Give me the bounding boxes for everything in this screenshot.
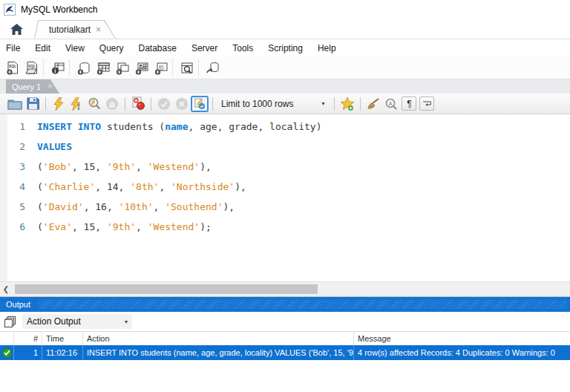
menu-tools[interactable]: Tools [232,43,253,53]
menu-server[interactable]: Server [191,43,217,53]
output-empty-area [0,360,570,392]
menu-database[interactable]: Database [139,43,177,53]
toggle-autocommit-button[interactable] [191,96,209,112]
column-header-message[interactable]: Message [354,332,570,345]
limit-rows-label: Limit to 1000 rows [221,99,293,109]
tab-label: Query 1 [12,82,41,91]
tab-query-1[interactable]: Query 1 × [6,79,59,94]
code-line[interactable]: 2VALUES [0,137,570,157]
new-view-icon[interactable] [113,59,132,77]
new-sql-tab-icon[interactable]: SQL [3,59,22,77]
toggle-word-wrap-button[interactable] [419,97,434,111]
save-snippet-icon[interactable] [338,96,356,112]
toolbar-separator [43,60,47,76]
editor-tab-strip: Query 1 × [0,79,570,94]
toolbar-separator [334,97,335,111]
toolbar-separator [151,97,151,111]
toolbar-separator [360,97,361,111]
output-view-selected: Action Output [27,316,81,327]
stop-icon [103,96,121,112]
tab-close-icon[interactable]: × [96,25,101,34]
editor-lines: 1INSERT INTO students (name, age, grade,… [0,114,570,237]
output-panel-header[interactable]: Output [0,297,570,312]
rollback-icon [173,96,191,112]
app-logo-icon [4,4,16,16]
explain-icon[interactable] [85,96,103,112]
toolbar-separator [198,60,202,76]
pilcrow-icon: ¶ [407,99,411,108]
svg-text:A: A [389,100,393,105]
menu-scripting[interactable]: Scripting [268,43,303,53]
svg-text:SQL: SQL [9,64,16,68]
commit-icon [155,96,173,112]
toolbar-separator [212,97,213,111]
code-text: ('David', 16, '10th', 'Southend'), [25,197,235,217]
toolbar-separator [69,60,73,76]
stacked-output-icon [4,316,16,327]
document-tab-bar: tutorialkart × [0,19,570,39]
title-bar: MySQL Workbench [0,0,570,19]
column-header-index[interactable]: # [14,332,42,345]
new-function-icon[interactable]: f() [151,59,171,77]
beautify-icon[interactable] [364,96,382,112]
code-text: ('Bob', 15, '9th', 'Westend'), [25,157,212,177]
status-column-header [0,332,14,345]
menu-bar: File Edit View Query Database Server Too… [0,39,570,57]
code-line[interactable]: 5('David', 16, '10th', 'Southend'), [0,197,570,217]
svg-text:SQL: SQL [28,64,36,68]
limit-rows-dropdown[interactable]: Limit to 1000 rows ▾ [217,99,330,109]
query-toolbar: Limit to 1000 rows ▾ A ¶ [0,94,570,114]
new-table-icon[interactable] [94,59,113,77]
row-action-cell: INSERT INTO students (name, age, grade, … [83,345,354,360]
open-sql-script-icon[interactable]: SQL [22,59,42,77]
sql-editor[interactable]: 1INSERT INTO students (name, age, grade,… [0,114,570,281]
code-text: ('Charlie', 14, '8th', 'Northside'), [25,177,246,197]
save-script-icon[interactable] [24,96,42,112]
row-message-cell: 4 row(s) affected Records: 4 Duplicates:… [354,345,570,360]
search-data-icon[interactable] [177,59,197,77]
menu-help[interactable]: Help [318,43,336,53]
toggle-stop-on-error-icon[interactable] [129,96,147,112]
output-view-dropdown[interactable]: Action Output ▾ [22,314,132,329]
tab-close-icon[interactable]: × [48,82,52,91]
scrollbar-thumb[interactable] [15,284,318,294]
execute-current-icon[interactable] [68,96,85,112]
execute-icon[interactable] [50,96,68,112]
tab-tutorialkart[interactable]: tutorialkart × [34,20,116,39]
output-view-selector-row: Action Output ▾ [0,312,570,331]
code-line[interactable]: 3('Bob', 15, '9th', 'Westend'), [0,157,570,177]
find-icon[interactable]: A [382,96,400,112]
mysql-workbench-window: MySQL Workbench tutorialkart × File Edit… [0,0,570,392]
column-header-time[interactable]: Time [42,332,83,345]
new-schema-icon[interactable] [74,59,94,77]
toolbar-separator [172,60,176,76]
success-check-icon [2,348,12,358]
menu-query[interactable]: Query [99,43,124,53]
row-index-cell: 1 [14,345,42,360]
code-line[interactable]: 6('Eva', 15, '9th', 'Westend'); [0,217,570,237]
code-line[interactable]: 1INSERT INTO students (name, age, grade,… [0,117,570,137]
reconnect-dbms-icon[interactable] [203,59,223,77]
column-header-action[interactable]: Action [83,332,354,345]
output-row-selected[interactable]: 1 11:02:16 INSERT INTO students (name, a… [0,345,570,360]
window-title: MySQL Workbench [21,4,97,15]
scroll-left-arrow-icon[interactable]: ❮ [0,285,12,293]
toggle-invisibles-button[interactable]: ¶ [402,97,416,111]
menu-file[interactable]: File [6,43,20,53]
chevron-down-icon: ▾ [321,100,324,107]
menu-edit[interactable]: Edit [35,43,50,53]
toolbar-separator [45,97,46,111]
output-grid-header: # Time Action Message [0,331,570,345]
horizontal-scrollbar[interactable]: ❮ [0,281,570,297]
chevron-down-icon: ▾ [125,318,128,325]
open-script-icon[interactable] [6,96,24,112]
home-tab[interactable] [0,19,33,39]
inspector-icon[interactable]: i [48,59,68,77]
new-procedure-icon[interactable] [132,59,151,77]
main-toolbar: SQL SQL i f() [0,57,570,79]
code-line[interactable]: 4('Charlie', 14, '8th', 'Northside'), [0,177,570,197]
wrap-text-icon [422,100,431,108]
svg-text:i: i [54,67,56,74]
tab-label: tutorialkart [49,24,91,35]
menu-view[interactable]: View [65,43,85,53]
